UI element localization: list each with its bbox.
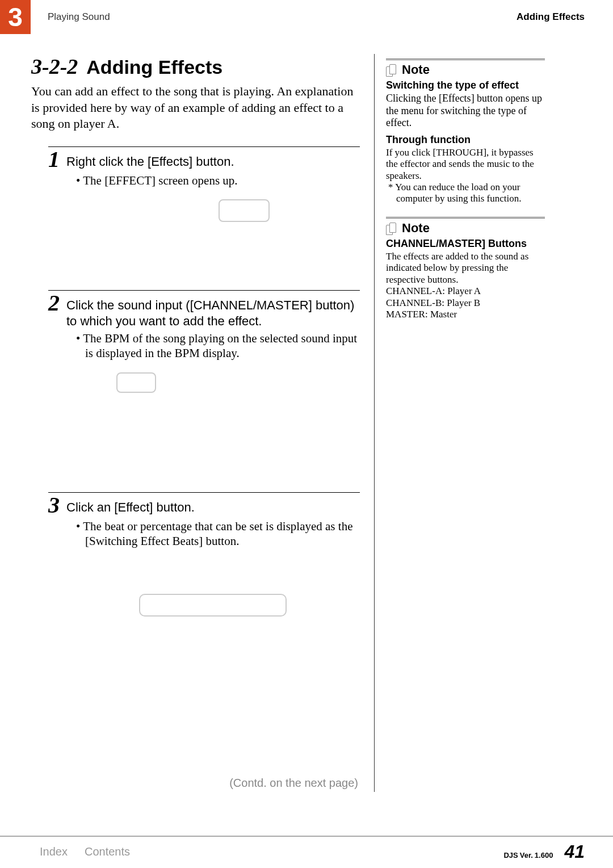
step-title: Click the sound input ([CHANNEL/MASTER] … <box>66 294 360 329</box>
step-title: Click an [Effect] button. <box>66 496 195 515</box>
section-heading: 3-2-2 Adding Effects <box>31 54 360 79</box>
step-number: 2 <box>48 292 60 315</box>
note-text: If you click [THROUGH], it bypasses the … <box>386 147 545 182</box>
step-3: 3 Click an [Effect] button. The beat or … <box>48 492 360 617</box>
page-header: 3 Playing Sound Adding Effects <box>0 0 613 34</box>
step-bullet: The beat or percentage that can be set i… <box>85 519 360 549</box>
page-number: 41 <box>564 841 585 862</box>
footer-contents-link[interactable]: Contents <box>85 845 130 858</box>
note-label: Note <box>402 62 430 77</box>
note-bullet: You can reduce the load on your computer… <box>396 182 545 204</box>
note-block-1: Note Switching the type of effect Clicki… <box>386 58 545 204</box>
section-title: Adding Effects <box>86 56 222 78</box>
chapter-label: Playing Sound <box>48 11 110 23</box>
main-content: 3-2-2 Adding Effects You can add an effe… <box>0 34 613 792</box>
step-title: Right click the [Effects] button. <box>66 150 234 170</box>
step-1: 1 Right click the [Effects] button. The … <box>48 146 360 222</box>
note-icon <box>386 223 398 234</box>
image-placeholder <box>219 199 270 222</box>
note-block-2: Note CHANNEL/MASTER] Buttons The effects… <box>386 217 545 320</box>
continued-label: (Contd. on the next page) <box>229 777 358 790</box>
chapter-number: 3 <box>0 0 31 34</box>
note-text: The effects are added to the sound as in… <box>386 251 545 286</box>
right-column: Note Switching the type of effect Clicki… <box>375 54 562 792</box>
image-placeholder <box>116 372 156 393</box>
left-column: 3-2-2 Adding Effects You can add an effe… <box>0 54 375 792</box>
note-icon <box>386 64 398 76</box>
step-bullet: The [EFFECT] screen opens up. <box>85 173 360 188</box>
note-text: Clicking the [Effects] button opens up t… <box>386 93 545 129</box>
note-subheading: Switching the type of effect <box>386 79 545 91</box>
page-footer: Index Contents DJS Ver. 1.600 41 <box>0 836 613 862</box>
image-placeholder <box>139 594 287 617</box>
note-label: Note <box>402 221 430 236</box>
step-bullet: The BPM of the song playing on the selec… <box>85 331 360 361</box>
note-subheading: Through function <box>386 134 545 146</box>
product-name: DJS <box>503 851 518 859</box>
section-intro: You can add an effect to the song that i… <box>31 83 360 132</box>
footer-index-link[interactable]: Index <box>40 845 68 858</box>
note-line: MASTER: Master <box>386 309 545 320</box>
step-2: 2 Click the sound input ([CHANNEL/MASTER… <box>48 290 360 393</box>
step-number: 1 <box>48 148 60 171</box>
note-line: CHANNEL-B: Player B <box>386 297 545 309</box>
header-section-label: Adding Effects <box>517 11 585 23</box>
version-number: 1.600 <box>535 851 553 859</box>
step-number: 3 <box>48 494 60 517</box>
note-subheading: CHANNEL/MASTER] Buttons <box>386 238 545 250</box>
note-line: CHANNEL-A: Player A <box>386 286 545 297</box>
version-label: Ver. <box>520 851 533 859</box>
section-number: 3-2-2 <box>31 54 78 79</box>
